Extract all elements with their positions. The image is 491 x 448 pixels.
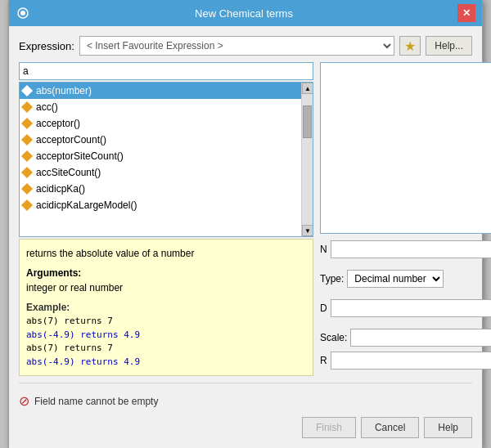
args-text: integer or real number	[26, 280, 306, 295]
desc-row: D	[320, 299, 491, 317]
example-2: abs(-4.9) returns 4.9	[26, 329, 306, 343]
window-content: Expression: < Insert Favourite Expressio…	[9, 26, 482, 448]
right-panel: N Type: Decimal number Integer Text D	[320, 62, 491, 376]
list-item[interactable]: acc()	[20, 99, 313, 115]
scale-label: Scale:	[320, 332, 347, 343]
diamond-icon	[21, 118, 33, 129]
separator	[19, 383, 472, 383]
list-item[interactable]: acidicpKa()	[20, 181, 313, 197]
button-row: Finish Cancel Help	[19, 412, 472, 438]
help-dialog-button[interactable]: Help	[424, 417, 472, 438]
list-item[interactable]: acceptorCount()	[20, 132, 313, 148]
example-title: Example:	[26, 300, 306, 315]
error-icon: ⊘	[19, 393, 29, 409]
main-area: abs(number) acc() acceptor() accept	[19, 62, 472, 376]
list-item-label: acidicpKa()	[36, 183, 85, 195]
list-item-label: acc()	[36, 101, 58, 113]
list-item-label: accSiteCount()	[36, 167, 101, 178]
diamond-icon	[21, 101, 33, 113]
list-item-label: acceptor()	[36, 118, 80, 129]
diamond-icon	[21, 150, 33, 162]
error-message: Field name cannot be empty	[34, 396, 158, 407]
list-scrollbar[interactable]: ▲ ▼	[301, 83, 313, 236]
list-item[interactable]: acceptor()	[20, 115, 313, 132]
args-title: Arguments:	[26, 266, 306, 280]
main-window: New Chemical terms ✕ Expression: < Inser…	[8, 0, 483, 448]
error-row: ⊘ Field name cannot be empty	[19, 390, 472, 412]
name-input[interactable]	[331, 240, 491, 258]
name-label: N	[320, 244, 327, 255]
diamond-icon	[21, 183, 33, 195]
list-item[interactable]: acidicpKaLargeModel()	[20, 197, 313, 213]
list-item-label: acceptorCount()	[36, 134, 106, 146]
diamond-icon	[21, 85, 33, 96]
description-box: returns the absolute value of a number A…	[19, 239, 313, 376]
example-1: abs(7) returns 7	[26, 315, 306, 329]
example-3: abs(7) returns 7	[26, 342, 306, 356]
title-bar: New Chemical terms ✕	[9, 0, 482, 26]
range-input[interactable]	[331, 352, 491, 370]
right-fields: N Type: Decimal number Integer Text D	[320, 240, 491, 376]
list-item[interactable]: abs(number)	[20, 83, 313, 99]
range-row: R	[320, 352, 491, 370]
help-button[interactable]: Help...	[426, 36, 472, 56]
function-list-inner: abs(number) acc() acceptor() accept	[20, 83, 313, 213]
scale-row: Scale:	[320, 329, 491, 347]
desc-input[interactable]	[331, 299, 491, 317]
scrollbar-thumb[interactable]	[303, 105, 312, 138]
star-button[interactable]: ★	[399, 36, 421, 56]
star-icon: ★	[404, 38, 416, 54]
expression-row: Expression: < Insert Favourite Expressio…	[19, 36, 472, 56]
scale-input[interactable]	[350, 329, 491, 347]
list-item-label: abs(number)	[36, 85, 92, 96]
example-4: abs(-4.9) returns 4.9	[26, 356, 306, 370]
search-input[interactable]	[19, 62, 313, 80]
left-panel: abs(number) acc() acceptor() accept	[19, 62, 313, 376]
range-label: R	[320, 355, 327, 366]
function-list: abs(number) acc() acceptor() accept	[19, 82, 313, 237]
diamond-icon	[21, 167, 33, 178]
type-label: Type:	[320, 273, 344, 284]
app-icon	[16, 6, 30, 20]
description-summary: returns the absolute value of a number	[26, 246, 306, 261]
finish-button[interactable]: Finish	[302, 417, 356, 438]
type-select[interactable]: Decimal number Integer Text	[347, 270, 444, 288]
expression-select[interactable]: < Insert Favourite Expression >	[79, 36, 394, 56]
list-item[interactable]: acceptorSiteCount()	[20, 148, 313, 164]
list-item-label: acceptorSiteCount()	[36, 150, 124, 162]
expression-label: Expression:	[19, 40, 74, 52]
window-title: New Chemical terms	[30, 7, 457, 20]
list-item-label: acidicpKaLargeModel()	[36, 199, 137, 211]
desc-label: D	[320, 302, 327, 314]
diamond-icon	[21, 134, 33, 146]
expression-editor[interactable]	[320, 62, 491, 234]
close-button[interactable]: ✕	[457, 4, 475, 22]
name-row: N	[320, 240, 491, 258]
diamond-icon	[21, 199, 33, 211]
type-row: Type: Decimal number Integer Text	[320, 270, 491, 288]
svg-point-1	[20, 11, 25, 16]
scroll-up-arrow[interactable]: ▲	[302, 83, 313, 94]
cancel-button[interactable]: Cancel	[361, 417, 419, 438]
scroll-down-arrow[interactable]: ▼	[302, 225, 313, 236]
list-item[interactable]: accSiteCount()	[20, 164, 313, 181]
